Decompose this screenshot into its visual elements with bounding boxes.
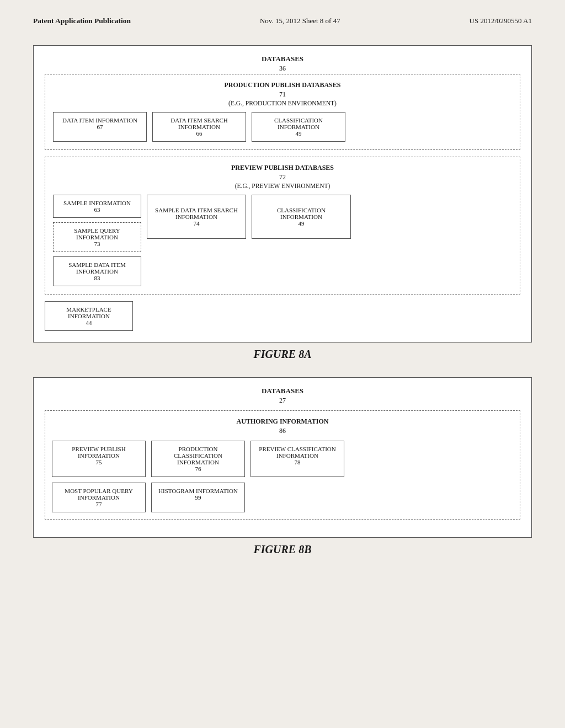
sample-info-num: 63 [59,206,135,213]
marketplace-num: 44 [51,319,127,326]
sample-query-label: SAMPLE QUERY INFORMATION [59,227,135,240]
auth-item-2-num: 76 [157,465,239,472]
databases-label-8b: DATABASES [45,387,520,395]
sample-info-box: SAMPLE INFORMATION 63 [53,195,141,218]
authoring-num: 86 [52,427,513,435]
auth-item-3: PREVIEW CLASSIFICATION INFORMATION 78 [250,441,344,477]
figure-8a-container: DATABASES 36 PRODUCTION PUBLISH DATABASE… [33,45,532,342]
auth-item-3-label: PREVIEW CLASSIFICATION INFORMATION [257,446,338,459]
sample-query-box: SAMPLE QUERY INFORMATION 73 [53,222,141,252]
auth-item-4-label: MOST POPULAR QUERY INFORMATION [58,488,140,501]
preview-title: PREVIEW PUBLISH DATABASES [53,164,512,172]
auth-item-4: MOST POPULAR QUERY INFORMATION 77 [52,483,146,512]
authoring-row-1: PREVIEW PUBLISH INFORMATION 75 PRODUCTIO… [52,441,513,477]
auth-item-1-num: 75 [58,459,140,465]
prod-item-1-num: 67 [59,124,141,130]
sample-data-item-box: SAMPLE DATA ITEM INFORMATION 83 [53,256,141,286]
auth-item-5: HISTOGRAM INFORMATION 99 [151,483,245,512]
marketplace-box: MARKETPLACE INFORMATION 44 [45,301,133,331]
figure-8b-container: DATABASES 27 AUTHORING INFORMATION 86 PR… [33,377,532,538]
prod-item-2-label: DATA ITEM SEARCH INFORMATION [158,117,240,130]
production-title: PRODUCTION PUBLISH DATABASES [53,81,512,89]
prod-item-2-num: 66 [158,130,240,137]
production-box: PRODUCTION PUBLISH DATABASES 71 (E.G., P… [45,74,520,150]
sample-info-label: SAMPLE INFORMATION [59,200,135,206]
preview-left-col: SAMPLE INFORMATION 63 SAMPLE QUERY INFOR… [53,195,141,286]
prod-item-3-label: CLASSIFICATION INFORMATION [258,117,339,130]
auth-item-5-num: 99 [157,494,239,501]
production-num: 71 [53,90,512,99]
header-center: Nov. 15, 2012 Sheet 8 of 47 [260,17,340,25]
header: Patent Application Publication Nov. 15, … [33,11,532,29]
header-right: US 2012/0290550 A1 [470,17,532,25]
sample-data-item-label: SAMPLE DATA ITEM INFORMATION [59,261,135,275]
preview-right-col: CLASSIFICATION INFORMATION 49 [252,195,351,239]
auth-item-1-label: PREVIEW PUBLISH INFORMATION [58,446,140,459]
databases-label-8a: DATABASES [45,55,520,63]
prod-item-2: DATA ITEM SEARCH INFORMATION 66 [152,112,246,142]
auth-item-2: PRODUCTION CLASSIFICATION INFORMATION 76 [151,441,245,477]
preview-middle-col: SAMPLE DATA ITEM SEARCH INFORMATION 74 [147,195,246,239]
prod-item-3-num: 49 [258,130,339,137]
auth-item-4-num: 77 [58,501,140,507]
authoring-title: AUTHORING INFORMATION [52,417,513,426]
authoring-box: AUTHORING INFORMATION 86 PREVIEW PUBLISH… [45,410,520,520]
production-subtitle: (E.G., PRODUCTION ENVIRONMENT) [53,100,512,106]
prod-item-1: DATA ITEM INFORMATION 67 [53,112,147,142]
auth-item-1: PREVIEW PUBLISH INFORMATION 75 [52,441,146,477]
production-items-row: DATA ITEM INFORMATION 67 DATA ITEM SEARC… [53,112,512,142]
marketplace-label: MARKETPLACE INFORMATION [51,306,127,319]
preview-classification-label: CLASSIFICATION INFORMATION [258,207,345,220]
preview-layout: SAMPLE INFORMATION 63 SAMPLE QUERY INFOR… [53,195,512,286]
prod-item-3: CLASSIFICATION INFORMATION 49 [252,112,345,142]
preview-classification-num: 49 [258,220,345,227]
sample-data-item-num: 83 [59,275,135,281]
auth-item-3-num: 78 [257,459,338,465]
preview-num: 72 [53,173,512,181]
sample-query-num: 73 [59,240,135,247]
preview-subtitle: (E.G., PREVIEW ENVIRONMENT) [53,183,512,189]
prod-item-1-label: DATA ITEM INFORMATION [59,117,141,124]
figure-8b-label: FIGURE 8B [33,543,532,556]
figure-8a-label: FIGURE 8A [33,348,532,361]
databases-num-8a: 36 [45,65,520,73]
sample-data-search-label: SAMPLE DATA ITEM SEARCH INFORMATION [153,207,240,220]
auth-item-2-label: PRODUCTION CLASSIFICATION INFORMATION [157,446,239,465]
preview-box: PREVIEW PUBLISH DATABASES 72 (E.G., PREV… [45,157,520,295]
sample-data-search-num: 74 [153,220,240,227]
sample-data-search-box: SAMPLE DATA ITEM SEARCH INFORMATION 74 [147,195,246,239]
authoring-row-2: MOST POPULAR QUERY INFORMATION 77 HISTOG… [52,483,513,512]
databases-num-8b: 27 [45,397,520,405]
preview-classification-box: CLASSIFICATION INFORMATION 49 [252,195,351,239]
header-left: Patent Application Publication [33,17,131,25]
auth-item-5-label: HISTOGRAM INFORMATION [157,488,239,494]
